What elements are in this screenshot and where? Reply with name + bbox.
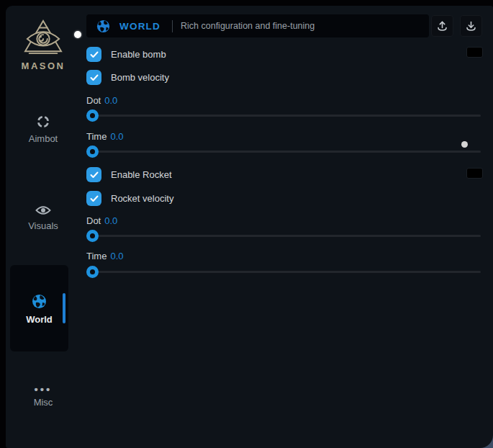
globe-icon [96,19,110,33]
checkbox-label: Enable bomb [111,49,166,60]
checkbox-label: Enable Rocket [111,169,172,180]
sidebar-item-misc[interactable]: ••• Misc [6,383,81,408]
checkmark-icon [90,74,99,81]
bomb-dot-slider-knob[interactable] [86,109,99,122]
rocket-dot-slider-knob[interactable] [86,230,99,242]
app-logo: MASON [6,19,81,71]
mason-menu-window: MASON Aimbot Visuals [6,6,493,448]
header-divider [172,20,173,32]
page-title: WORLD [119,21,160,32]
page-subtitle: Rich configuration and fine-tuning [181,21,315,31]
cursor-dot [74,31,81,38]
checkbox-row-enable-bomb: Enable bomb [86,47,166,62]
slider-name: Time [86,251,107,261]
rocket-dot-slider-track[interactable] [86,235,481,237]
bomb-time-slider-knob[interactable] [86,145,99,158]
enable-rocket-checkbox[interactable] [86,167,101,182]
slider-label-rocket-time: Time0.0 [86,251,123,261]
rocket-velocity-checkbox[interactable] [86,191,101,206]
checkbox-row-bomb-velocity: Bomb velocity [86,70,169,85]
app-logo-text: MASON [6,61,81,71]
sidebar-item-label: Aimbot [29,133,58,144]
download-icon [465,20,477,32]
sidebar-item-visuals[interactable]: Visuals [6,205,81,232]
sidebar-item-label: Visuals [28,220,58,231]
slider-value: 0.0 [110,251,123,261]
ellipsis-icon: ••• [35,387,53,393]
screen: MASON Aimbot Visuals [0,0,493,448]
checkbox-row-rocket-velocity: Rocket velocity [86,191,173,206]
checkmark-icon [90,195,99,202]
download-config-button[interactable] [460,15,482,37]
slider-name: Dot [86,215,101,226]
sidebar: MASON Aimbot Visuals [6,6,81,448]
bomb-dot-slider-track[interactable] [86,115,481,117]
bomb-color-swatch[interactable] [466,47,483,58]
checkbox-row-enable-rocket: Enable Rocket [86,167,172,182]
slider-value: 0.0 [110,131,123,142]
slider-value: 0.0 [104,95,117,106]
sidebar-item-label: World [26,314,53,325]
checkmark-icon [90,51,99,58]
slider-value: 0.0 [104,215,117,226]
upload-icon [436,20,448,32]
slider-label-rocket-dot: Dot0.0 [86,215,117,226]
particle-dot [461,141,468,148]
rocket-time-slider-knob[interactable] [86,266,99,278]
slider-name: Dot [86,95,101,106]
rocket-time-slider-track[interactable] [86,271,481,273]
upload-config-button[interactable] [431,15,453,37]
sidebar-item-aimbot[interactable]: Aimbot [6,115,81,145]
checkbox-label: Rocket velocity [111,193,173,204]
bomb-time-slider-track[interactable] [86,151,481,153]
page-header: WORLD Rich configuration and fine-tuning [86,14,429,37]
enable-bomb-checkbox[interactable] [86,47,101,62]
checkbox-label: Bomb velocity [111,72,169,83]
rocket-color-swatch[interactable] [466,168,483,179]
slider-name: Time [86,131,107,142]
masonic-eye-pyramid-icon [22,19,64,56]
sidebar-item-world[interactable]: World [10,265,68,351]
crosshair-icon [36,115,50,129]
checkmark-icon [90,171,99,179]
eye-icon [35,205,51,216]
slider-label-bomb-time: Time0.0 [86,131,123,142]
bomb-velocity-checkbox[interactable] [86,70,101,85]
globe-icon [32,294,47,309]
slider-label-bomb-dot: Dot0.0 [86,95,117,106]
active-tab-indicator [63,293,65,323]
sidebar-item-label: Misc [6,397,81,408]
